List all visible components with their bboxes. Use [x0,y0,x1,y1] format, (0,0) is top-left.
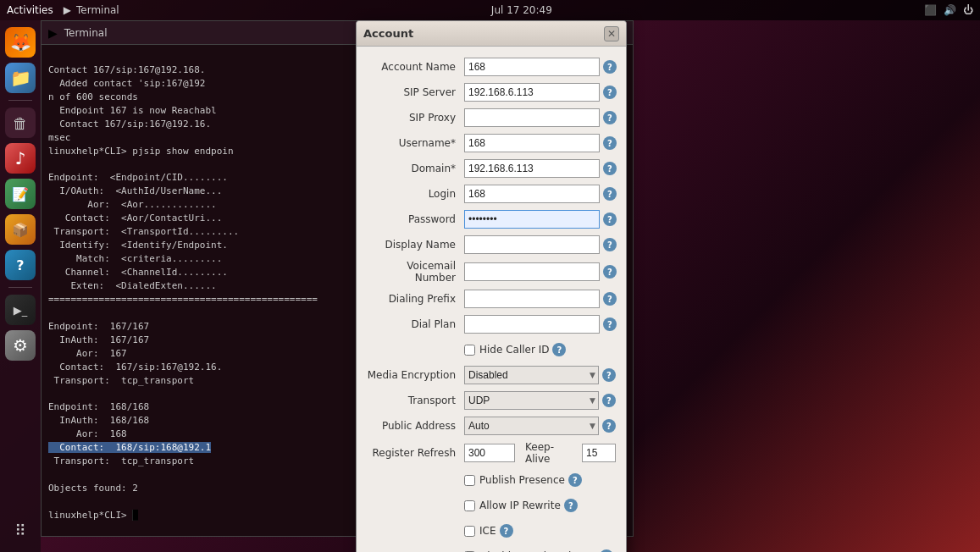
keep-alive-input[interactable] [582,444,616,462]
transport-select-wrap: UDP TCP TLS [464,391,599,410]
dial-plan-input[interactable] [464,315,600,334]
publish-presence-label[interactable]: Publish Presence [464,474,565,486]
activities-button[interactable]: Activities [7,4,53,16]
allow-ip-rewrite-help[interactable]: ? [564,499,578,512]
dock-icon-files[interactable]: 📁 [5,63,36,93]
password-row: Password ? [367,209,616,229]
register-refresh-label: Register Refresh [367,447,464,459]
dock-icon-appgrid[interactable]: ⠿ [5,515,36,545]
transport-select[interactable]: UDP TCP TLS [464,391,599,410]
publish-presence-help[interactable]: ? [568,473,582,487]
ice-label[interactable]: ICE [464,525,496,537]
account-name-input[interactable] [464,58,600,76]
public-address-select-wrap: Auto STUN Manual [464,417,599,435]
dock-icon-rhythmbox[interactable]: ♪ [5,143,36,174]
public-address-select[interactable]: Auto STUN Manual [464,417,599,435]
login-input[interactable] [464,185,600,203]
terminal-prompt: linuxhelp*CLI> █ [48,510,138,521]
display-name-label: Display Name [367,239,464,251]
publish-presence-checkbox[interactable] [464,475,475,486]
dialing-prefix-help[interactable]: ? [603,292,617,306]
account-name-help[interactable]: ? [603,60,617,74]
terminal-line-1: Contact 167/sip:167@192.168. [48,64,205,75]
terminal-line-13: Transport: <TransportId......... [48,226,239,237]
dialog-close-button[interactable]: ✕ [604,26,619,41]
dock-icon-settings[interactable]: ⚙ [5,330,36,361]
sip-proxy-input[interactable] [464,108,600,127]
password-field-wrap: ? [464,210,617,229]
allow-ip-rewrite-checkbox[interactable] [464,500,475,511]
topbar: Activities ▶ Terminal Jul 17 20:49 ⬛ 🔊 ⏻ [0,0,980,20]
terminal-line-contact168: Contact: 168/sip:168@192.1 [48,442,211,453]
publish-presence-row: Publish Presence ? [367,470,616,490]
display-name-input[interactable] [464,235,600,254]
domain-input[interactable] [464,159,600,178]
terminal-line-10: I/OAuth: <AuthId/UserName... [48,185,222,196]
dial-plan-field-wrap: ? [464,315,617,334]
dock-icon-gedit[interactable]: 📝 [5,179,36,209]
dialog-title: Account [363,27,604,40]
sip-server-input[interactable] [464,83,600,102]
ice-help[interactable]: ? [500,524,513,538]
terminal-line-17: Exten: <DialedExten...... [48,280,217,291]
dialing-prefix-row: Dialing Prefix ? [367,289,616,309]
sip-proxy-help[interactable]: ? [603,111,617,124]
hide-caller-id-checkbox[interactable] [464,345,475,356]
media-encryption-row: Media Encryption Disabled SRTP ZRTP ? [367,365,616,385]
voicemail-input[interactable] [464,262,600,281]
dialing-prefix-input[interactable] [464,290,600,308]
terminal-line-transport167: Transport: tcp_transport [48,375,194,386]
sip-server-row: SIP Server ? [367,82,616,102]
terminal-line-3: n of 600 seconds [48,91,138,102]
login-help[interactable]: ? [603,187,617,201]
dock-icon-firefox[interactable]: 🦊 [5,27,36,58]
sip-server-help[interactable]: ? [603,86,617,99]
hide-caller-id-help[interactable]: ? [552,343,566,356]
voicemail-field-wrap: ? [464,262,617,281]
network-icon: ⬛ [924,4,937,16]
register-refresh-field-wrap: Keep-Alive [464,441,616,465]
allow-ip-rewrite-label[interactable]: Allow IP Rewrite [464,500,561,511]
dial-plan-help[interactable]: ? [603,317,617,331]
voicemail-label: Voicemail Number [367,260,464,284]
display-name-help[interactable]: ? [603,238,617,251]
publish-presence-wrap: Publish Presence ? [464,473,616,487]
account-dialog: Account ✕ Account Name ? SIP Server ? [356,20,627,552]
dock-icon-help[interactable]: ? [5,250,36,280]
voicemail-help[interactable]: ? [603,265,617,279]
username-input[interactable] [464,134,600,152]
transport-help[interactable]: ? [602,394,616,407]
dock-icon-software[interactable]: 📦 [5,214,36,245]
username-help[interactable]: ? [603,136,617,150]
sip-server-field-wrap: ? [464,83,617,102]
terminal-icon-small: ▶ [64,4,71,16]
media-encryption-select[interactable]: Disabled SRTP ZRTP [464,366,599,384]
username-label: Username* [367,137,464,149]
media-encryption-help[interactable]: ? [602,368,616,382]
dock-icon-terminal[interactable]: ▶_ [5,295,36,325]
terminal-line-transport168: Transport: tcp_transport [48,455,194,466]
password-help[interactable]: ? [603,213,617,226]
ice-checkbox[interactable] [464,526,475,537]
terminal-line-6: msec [48,132,71,143]
terminal-line-inauth168: InAuth: 168/168 [48,415,149,426]
login-field-wrap: ? [464,185,617,203]
public-address-help[interactable]: ? [602,419,616,433]
terminal-separator: ========================================… [48,294,318,305]
account-name-label: Account Name [367,61,464,73]
dock-icon-trash[interactable]: 🗑 [5,108,36,138]
account-name-field-wrap: ? [464,58,617,76]
password-input[interactable] [464,210,600,229]
transport-row: Transport UDP TCP TLS ? [367,390,616,411]
sip-proxy-field-wrap: ? [464,108,617,127]
terminal-line-4: Endpoint 167 is now Reachabl [48,105,217,116]
terminal-line-15: Match: <criteria......... [48,253,222,264]
hide-caller-id-label[interactable]: Hide Caller ID [464,344,549,356]
register-refresh-input[interactable] [464,444,515,462]
terminal-line-16: Channel: <ChannelId......... [48,267,228,278]
public-address-row: Public Address Auto STUN Manual ? [367,416,616,436]
terminal-line-7: linuxhelp*CLI> pjsip show endpoin [48,146,234,157]
domain-help[interactable]: ? [603,162,617,175]
display-name-row: Display Name ? [367,235,616,255]
dock: 🦊 📁 🗑 ♪ 📝 📦 ? ▶_ ⚙ ⠿ [0,20,41,552]
